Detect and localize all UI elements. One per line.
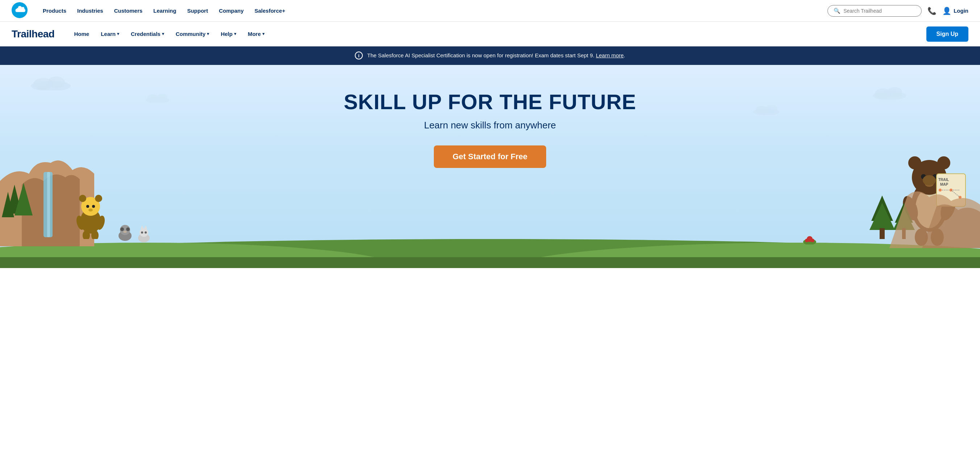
get-started-button[interactable]: Get Started for Free xyxy=(434,145,547,168)
svg-point-27 xyxy=(92,205,95,208)
svg-marker-41 xyxy=(144,225,147,229)
trailhead-nav-links: Home Learn ▾ Credentials ▾ Community ▾ H… xyxy=(69,28,926,40)
salesforce-logo[interactable] xyxy=(11,2,27,19)
svg-point-26 xyxy=(86,205,89,208)
right-terrain-svg xyxy=(871,183,980,248)
cloud-left-icon xyxy=(29,76,73,90)
search-icon: 🔍 xyxy=(834,8,840,14)
svg-point-48 xyxy=(937,156,950,169)
hero-section: SKILL UP FOR THE FUTURE Learn new skills… xyxy=(0,65,980,268)
phone-icon[interactable]: 📞 xyxy=(928,6,937,15)
top-nav-products[interactable]: Products xyxy=(38,5,72,17)
svg-point-9 xyxy=(766,105,777,113)
announcement-text: The Salesforce AI Specialist Certificati… xyxy=(367,51,625,60)
login-button[interactable]: 👤 Login xyxy=(942,6,969,15)
svg-point-42 xyxy=(141,232,143,233)
community-label: Community xyxy=(176,31,206,37)
svg-point-47 xyxy=(908,156,921,169)
more-label: More xyxy=(248,31,261,37)
svg-point-43 xyxy=(145,232,147,233)
search-input[interactable] xyxy=(843,8,915,14)
community-chevron-icon: ▾ xyxy=(207,32,209,36)
signup-button[interactable]: Sign Up xyxy=(926,27,969,42)
svg-point-37 xyxy=(123,231,127,233)
top-nav-salesforceplus[interactable]: Salesforce+ xyxy=(249,5,290,17)
help-chevron-icon: ▾ xyxy=(234,32,236,36)
raccoon-svg xyxy=(114,222,136,242)
trail-nav-help[interactable]: Help ▾ xyxy=(216,28,241,40)
trail-nav-learn[interactable]: Learn ▾ xyxy=(96,28,124,40)
top-nav-support[interactable]: Support xyxy=(182,5,213,17)
svg-point-74 xyxy=(811,239,815,242)
trail-nav-home[interactable]: Home xyxy=(69,28,94,40)
svg-point-11 xyxy=(147,94,159,102)
svg-point-39 xyxy=(140,228,148,237)
help-label: Help xyxy=(221,31,233,37)
top-nav-learning[interactable]: Learning xyxy=(148,5,181,17)
announcement-learn-more-link[interactable]: Learn more xyxy=(596,52,624,58)
hero-title: SKILL UP FOR THE FUTURE xyxy=(344,90,636,113)
top-navigation: Products Industries Customers Learning S… xyxy=(0,0,980,22)
learn-label: Learn xyxy=(101,31,116,37)
hero-scene: TRAIL MAP xyxy=(0,166,980,268)
top-nav-links: Products Industries Customers Learning S… xyxy=(38,5,827,17)
trailhead-logo[interactable]: Trailhead xyxy=(11,28,54,40)
svg-rect-16 xyxy=(0,257,980,268)
top-nav-company[interactable]: Company xyxy=(214,5,249,17)
svg-point-24 xyxy=(79,195,86,202)
user-icon: 👤 xyxy=(942,6,951,15)
svg-text:TRAIL: TRAIL xyxy=(938,178,949,182)
plant-svg xyxy=(802,232,817,244)
svg-point-12 xyxy=(157,94,167,102)
trailhead-navigation: Trailhead Home Learn ▾ Credentials ▾ Com… xyxy=(0,22,980,46)
home-label: Home xyxy=(74,31,89,37)
announcement-banner: i The Salesforce AI Specialist Certifica… xyxy=(0,46,980,65)
svg-rect-18 xyxy=(47,172,50,237)
fox-svg xyxy=(134,225,154,243)
svg-point-28 xyxy=(88,209,93,211)
trail-nav-more[interactable]: More ▾ xyxy=(243,28,270,40)
login-label: Login xyxy=(953,8,969,14)
learn-chevron-icon: ▾ xyxy=(117,32,119,36)
astro-character-svg xyxy=(73,188,109,239)
credentials-label: Credentials xyxy=(131,31,161,37)
cloud-right-icon xyxy=(871,87,907,100)
top-nav-industries[interactable]: Industries xyxy=(72,5,108,17)
svg-marker-40 xyxy=(141,225,143,229)
top-nav-right: 🔍 📞 👤 Login xyxy=(827,5,969,17)
svg-point-3 xyxy=(48,77,65,88)
svg-point-25 xyxy=(95,195,102,202)
search-box[interactable]: 🔍 xyxy=(827,5,922,17)
hero-subtitle: Learn new skills from anywhere xyxy=(424,120,556,131)
top-nav-customers[interactable]: Customers xyxy=(109,5,148,17)
trail-nav-credentials[interactable]: Credentials ▾ xyxy=(126,28,169,40)
cloud-center-right-icon xyxy=(752,105,781,115)
svg-point-73 xyxy=(805,239,808,242)
svg-point-36 xyxy=(126,227,130,231)
cloud-center-left-icon xyxy=(145,94,170,103)
credentials-chevron-icon: ▾ xyxy=(162,32,164,36)
svg-point-35 xyxy=(120,227,124,231)
more-chevron-icon: ▾ xyxy=(262,32,264,36)
info-icon: i xyxy=(355,51,363,59)
svg-point-6 xyxy=(888,87,902,97)
trail-nav-community[interactable]: Community ▾ xyxy=(171,28,215,40)
